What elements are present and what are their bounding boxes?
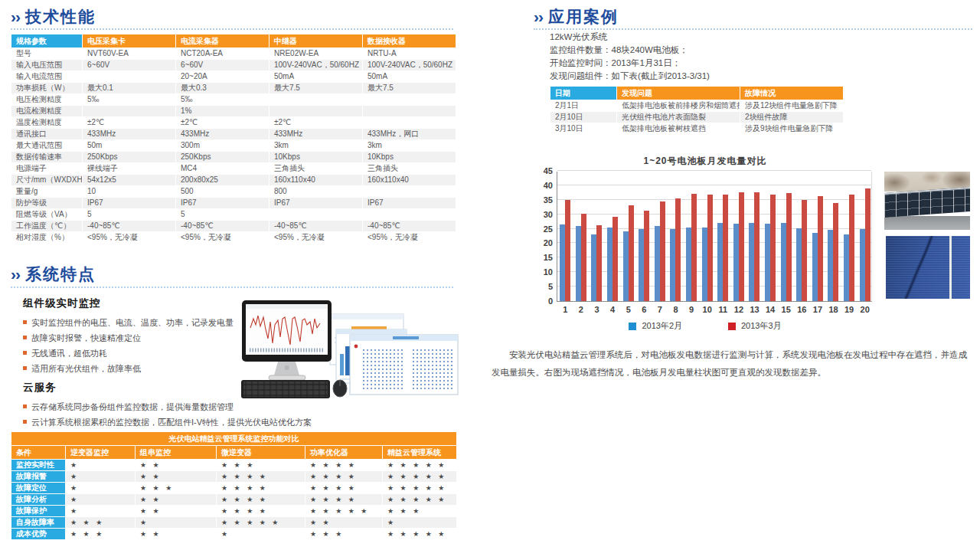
bar-group: [794, 200, 810, 301]
compare-header-row: 条件逆变器监控组串监控微逆变器功率优化器精益云管理系统: [11, 446, 456, 459]
spec-cell: 5: [176, 209, 269, 220]
feature-bullet: 云存储系统同步备份组件监控数据，提供海量数据管理: [23, 399, 230, 414]
compare-header-cell: 功率优化器: [305, 446, 382, 459]
star-rating-cell: ★ ★: [136, 460, 216, 470]
features-section-title: 系统特点: [25, 265, 96, 283]
bar-group: [763, 195, 779, 301]
spec-cell: 433MHz: [270, 129, 362, 139]
y-axis-tick-label: 25: [544, 224, 553, 234]
spec-cell: 温度检测精度: [11, 117, 82, 128]
x-axis-tick-label: 17: [813, 305, 822, 314]
star-rating-cell: ★ ★: [136, 471, 216, 482]
legend-item: 2013年3月: [728, 320, 782, 332]
spec-cell: IP67: [363, 198, 456, 208]
spec-cell: 6~60V: [83, 60, 175, 70]
x-axis-tick-label: 6: [642, 305, 646, 314]
spec-cell: [363, 117, 456, 128]
compare-row: 故障定位★★ ★ ★★ ★ ★ ★★ ★ ★ ★★ ★ ★ ★ ★: [11, 483, 456, 493]
spec-header-cell: 电压采集卡: [83, 34, 175, 47]
spec-cell: 1%: [176, 106, 269, 116]
legend-swatch: [728, 323, 736, 330]
monitor-graphic: [242, 300, 332, 380]
spec-cell: 5: [83, 209, 175, 220]
bar-group: [825, 203, 841, 301]
bar-group: [857, 188, 873, 301]
spec-cell: IP67: [176, 198, 269, 208]
spec-cell: 10: [83, 186, 175, 197]
spec-header-cell: 中继器: [270, 34, 362, 47]
compare-header-cell: 组串监控: [136, 446, 216, 459]
star-rating-cell: ★ ★ ★ ★: [305, 460, 382, 470]
star-rating-cell: ★: [66, 494, 135, 505]
spec-cell: 通讯接口: [11, 129, 82, 139]
bar-2013年3月: [707, 195, 713, 301]
spec-cell: 50m: [83, 140, 175, 151]
star-rating-cell: ★: [383, 517, 456, 528]
star-rating-cell: ★: [66, 506, 135, 516]
spec-cell: 100V-240VAC，50/60HZ: [270, 60, 362, 70]
star-rating-cell: ★ ★ ★ ★ ★: [383, 483, 456, 493]
spec-cell: ±2℃: [83, 117, 175, 128]
spec-cell: 500: [176, 186, 269, 197]
star-rating-cell: ★ ★ ★: [136, 483, 216, 493]
legend-label: 2013年3月: [741, 320, 782, 332]
star-rating-cell: ★ ★ ★ ★: [305, 483, 382, 493]
features-section-heading: ››系统特点: [11, 264, 96, 285]
spec-row: 电压检测精度5‰5‰: [11, 94, 456, 105]
y-axis-tick-label: 35: [544, 195, 553, 205]
rooftop-pv-panels-photo: [884, 172, 970, 230]
spec-cell: 54x12x5: [83, 175, 175, 185]
y-axis-tick-label: 20: [544, 238, 553, 247]
spec-cell: <95%，无冷凝: [270, 232, 362, 243]
bar-group: [715, 195, 731, 301]
spec-cell: [83, 106, 175, 116]
legend-label: 2013年2月: [642, 320, 682, 332]
spec-cell: 20~20A: [176, 71, 269, 82]
spec-cell: MC4: [176, 163, 269, 174]
star-rating-cell: ★ ★ ★ ★ ★: [217, 517, 305, 528]
spec-cell: 功率损耗（W）: [11, 83, 82, 93]
spec-cell: 50mA: [363, 71, 456, 82]
issue-row: 2月10日光伏组件电池片表面隐裂2块组件故障: [550, 112, 843, 123]
spec-cell: 三角插头: [270, 163, 362, 174]
x-axis-tick-label: 7: [658, 305, 662, 314]
x-axis-tick-label: 2: [579, 305, 583, 314]
spec-cell: 重量/g: [11, 186, 82, 197]
spec-header-cell: 数据接收器: [363, 34, 456, 47]
spec-row: 型号NVT60V-EANCT20A-EANRE02W-EANRTU-A: [11, 48, 456, 59]
compare-header-cell: 逆变器监控: [66, 446, 135, 459]
spec-cell: [270, 106, 362, 116]
spec-cell: 相对湿度（%）: [11, 232, 82, 243]
issue-header-cell: 发现问题: [617, 87, 740, 100]
star-rating-cell: ★ ★ ★: [217, 460, 305, 470]
bar-2013年3月: [644, 211, 649, 301]
bar-chart: 1~20号电池板月发电量对比 0510152025303540451234567…: [532, 155, 878, 339]
feature-list: 组件级实时监控实时监控组件的电压、电流、温度、功率，记录发电量故障实时报警，快速…: [23, 295, 230, 450]
star-rating-cell: ★ ★ ★: [305, 529, 382, 539]
spec-cell: ±2℃: [176, 117, 269, 128]
y-axis-tick-label: 5: [548, 282, 553, 291]
issue-table: 日期发现问题故障情况2月1日低架排电池板被前排楼房和烟筒遮挡涉及12块组件电量急…: [550, 86, 844, 135]
bar-2013年2月: [702, 228, 707, 301]
spec-cell: 160x110x40: [270, 175, 362, 185]
x-axis-tick-label: 5: [626, 305, 631, 314]
bar-group: [841, 195, 858, 301]
bar-group: [620, 205, 636, 301]
star-rating-cell: ★ ★ ★ ★: [217, 506, 305, 516]
photo-solar-panels: [884, 187, 970, 218]
spec-row: 电流检测精度1%: [11, 106, 456, 116]
bar-2013年2月: [733, 224, 739, 301]
issue-header-row: 日期发现问题故障情况: [550, 87, 843, 100]
spec-cell: 最大通讯范围: [11, 140, 82, 151]
spec-cell: [270, 94, 362, 105]
spec-cell: 阻燃等级（VA）: [11, 209, 82, 220]
bar-group: [699, 195, 715, 301]
bar-group: [636, 211, 652, 301]
star-rating-cell: ★ ★: [136, 529, 216, 539]
bar-2013年3月: [754, 192, 760, 301]
spec-header-row: 规格参数电压采集卡电流采集器中继器数据接收器: [11, 34, 456, 47]
compare-row-label: 故障定位: [11, 483, 65, 493]
compare-row-label: 成本优势: [11, 529, 65, 539]
compare-row: 故障保护★★ ★★ ★ ★ ★★ ★ ★ ★ ★★ ★ ★: [11, 506, 456, 516]
issue-header-cell: 故障情况: [740, 87, 843, 100]
